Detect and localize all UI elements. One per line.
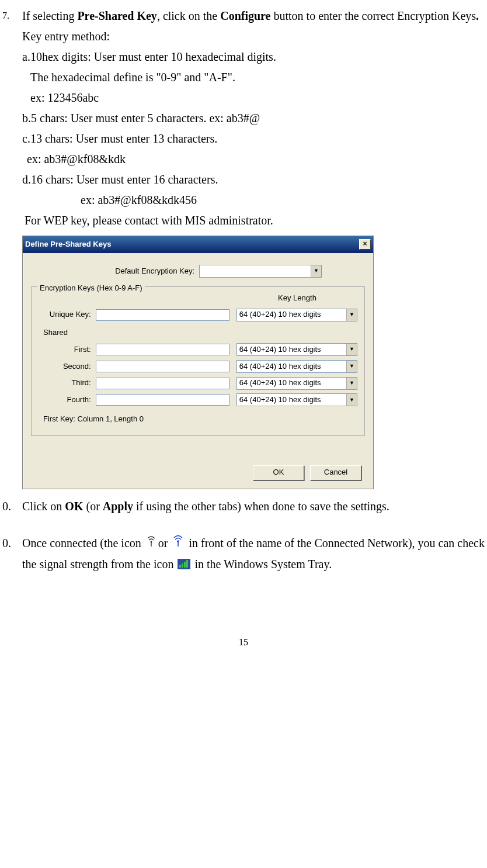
unique-key-input[interactable] <box>96 309 229 321</box>
text: or <box>158 537 171 549</box>
encryption-keys-fieldset: Encryption Keys (Hex 0-9 A-F) Key Length… <box>31 286 365 436</box>
first-key-input[interactable] <box>96 344 229 355</box>
step-0-connected: 0. Once connected (the icon or in front … <box>2 533 485 576</box>
text: in the Windows System Tray. <box>194 558 332 570</box>
fieldset-legend: Encryption Keys (Hex 0-9 A-F) <box>37 282 145 295</box>
fourth-key-label: Fourth: <box>39 393 96 407</box>
text-bold: . <box>476 9 479 22</box>
key-status-text: First Key: Column 1, Length 0 <box>43 413 357 426</box>
cancel-button[interactable]: Cancel <box>310 465 361 480</box>
select-value: 64 (40+24) 10 hex digits <box>239 393 321 407</box>
select-value: 64 (40+24) 10 hex digits <box>239 343 321 357</box>
text: If selecting <box>22 9 77 22</box>
unique-key-length-select[interactable]: 64 (40+24) 10 hex digits ▼ <box>236 309 357 321</box>
text: a.10hex digits: User must enter 10 hexad… <box>22 47 485 67</box>
third-key-input[interactable] <box>96 378 229 389</box>
text: The hexadecimal define is "0-9" and "A-F… <box>22 67 485 88</box>
text: Once connected (the icon <box>22 537 144 549</box>
text-bold: Configure <box>220 9 270 22</box>
text: For WEP key, please contact with MIS adm… <box>22 210 485 231</box>
text: d.16 chars: User must enter 16 character… <box>22 170 485 190</box>
step-number: 0. <box>2 533 22 576</box>
fourth-key-length-select[interactable]: 64 (40+24) 10 hex digits ▼ <box>236 393 357 406</box>
signal-tray-icon <box>178 555 190 576</box>
text: c.13 chars: User must enter 13 character… <box>22 129 485 149</box>
second-key-input[interactable] <box>96 361 229 372</box>
select-value: 64 (40+24) 10 hex digits <box>239 308 321 321</box>
select-value: 64 (40+24) 10 hex digits <box>239 376 321 390</box>
second-key-length-select[interactable]: 64 (40+24) 10 hex digits ▼ <box>236 360 357 373</box>
chevron-down-icon: ▼ <box>346 361 357 372</box>
text: button to enter the correct Encryption K… <box>271 9 476 22</box>
default-encryption-label: Default Encryption Key: <box>31 265 199 278</box>
third-key-length-select[interactable]: 64 (40+24) 10 hex digits ▼ <box>236 377 357 390</box>
step-7: 7. If selecting Pre-Shared Key, click on… <box>2 6 485 494</box>
text-bold: OK <box>65 500 83 513</box>
unique-key-label: Unique Key: <box>39 308 96 321</box>
text: ex: ab3#@kf08&kdk <box>22 149 485 170</box>
ok-button[interactable]: OK <box>253 465 304 480</box>
select-value: 64 (40+24) 10 hex digits <box>239 360 321 374</box>
step-number: 7. <box>2 6 22 494</box>
dialog-define-pre-shared-keys: Define Pre-Shared Keys × Default Encrypt… <box>22 236 485 489</box>
text-bold: Apply <box>103 500 133 513</box>
dialog-title: Define Pre-Shared Keys <box>25 238 111 251</box>
svg-rect-6 <box>182 563 183 568</box>
close-button[interactable]: × <box>359 239 371 250</box>
shared-label: Shared <box>43 326 357 340</box>
step-number: 0. <box>2 496 22 517</box>
text: ex: 123456abc <box>22 88 485 108</box>
chevron-down-icon: ▼ <box>346 394 357 406</box>
chevron-down-icon: ▼ <box>346 378 357 389</box>
text: if using the other tabs) when done to sa… <box>133 500 389 513</box>
text: (or <box>83 500 102 513</box>
svg-rect-7 <box>184 562 186 568</box>
antenna-blue-icon <box>172 534 185 554</box>
first-key-label: First: <box>39 343 96 357</box>
text: Click on <box>22 500 65 513</box>
text: ex: ab3#@kf08&kdk456 <box>22 190 485 210</box>
chevron-down-icon: ▼ <box>311 265 321 277</box>
text: , click on the <box>157 9 220 22</box>
step-body: If selecting Pre-Shared Key, click on th… <box>22 6 485 494</box>
second-key-label: Second: <box>39 360 96 374</box>
fourth-key-input[interactable] <box>96 394 229 406</box>
chevron-down-icon: ▼ <box>346 309 357 321</box>
svg-rect-8 <box>186 560 188 568</box>
key-length-header: Key Length <box>237 292 357 305</box>
first-key-length-select[interactable]: 64 (40+24) 10 hex digits ▼ <box>236 343 357 356</box>
default-encryption-select[interactable]: ▼ <box>199 265 322 278</box>
third-key-label: Third: <box>39 376 96 390</box>
chevron-down-icon: ▼ <box>346 344 357 355</box>
text-bold: Pre-Shared Key <box>77 9 156 22</box>
text: Key entry method: <box>22 26 485 47</box>
step-0-apply: 0. Click on OK (or Apply if using the ot… <box>2 496 485 517</box>
antenna-icon <box>145 534 157 554</box>
text: b.5 chars: User must enter 5 characters.… <box>22 108 485 129</box>
dialog-titlebar: Define Pre-Shared Keys × <box>23 236 373 253</box>
svg-rect-5 <box>179 565 181 568</box>
page-number: 15 <box>2 634 485 651</box>
